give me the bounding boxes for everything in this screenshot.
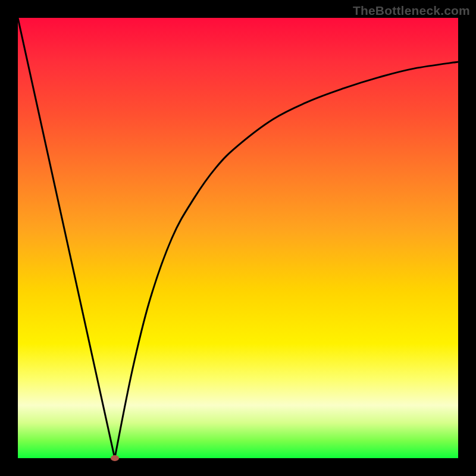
plot-area bbox=[18, 18, 458, 458]
curve-path bbox=[18, 18, 458, 458]
optimum-marker bbox=[111, 455, 119, 461]
watermark-text: TheBottleneck.com bbox=[353, 4, 470, 18]
chart-frame: TheBottleneck.com bbox=[0, 0, 476, 476]
bottleneck-curve bbox=[18, 18, 458, 458]
